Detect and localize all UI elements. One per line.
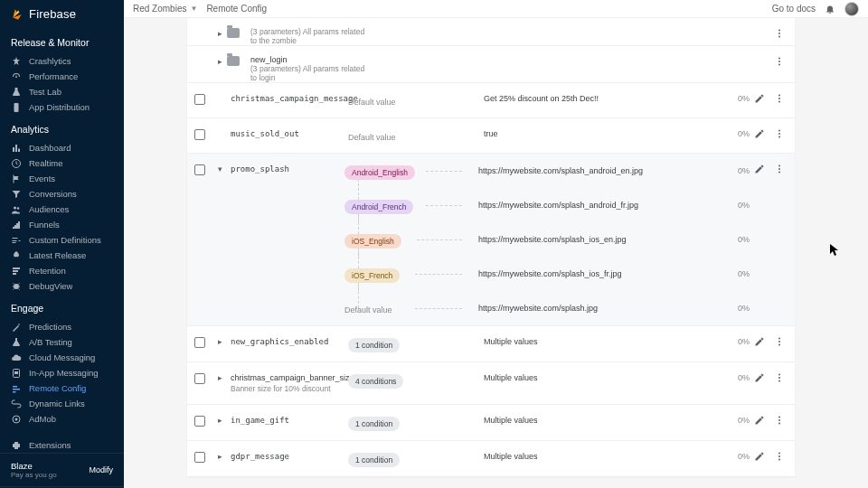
sidebar: Firebase Release & Monitor Crashlytics P… xyxy=(0,0,124,488)
brand-text: Firebase xyxy=(29,7,76,21)
edit-button[interactable] xyxy=(753,92,766,105)
svg-point-33 xyxy=(778,453,780,455)
expand-toggle[interactable]: ▸ xyxy=(212,405,227,425)
sidebar-item-predictions[interactable]: Predictions xyxy=(0,319,124,334)
sidebar-item-dashboard[interactable]: Dashboard xyxy=(0,140,124,155)
plan-modify[interactable]: Modify xyxy=(89,465,113,474)
svg-point-9 xyxy=(778,30,780,32)
folder-row: ▸ (3 parameters) All params related to t… xyxy=(187,18,795,45)
folder-icon xyxy=(227,56,240,66)
plan-block[interactable]: Blaze Pay as you go Modify xyxy=(0,453,124,486)
svg-point-34 xyxy=(778,455,780,457)
more-button[interactable] xyxy=(773,450,786,463)
edit-button[interactable] xyxy=(753,335,766,348)
collapse-toggle[interactable]: ▾ xyxy=(212,154,227,174)
sidebar-item-appdist[interactable]: App Distribution xyxy=(0,99,124,115)
svg-point-11 xyxy=(778,36,780,38)
param-row-expanded[interactable]: ▾ promo_splash Android_English https://m… xyxy=(187,153,795,325)
sidebar-item-debugview[interactable]: DebugView xyxy=(0,278,124,294)
more-button[interactable] xyxy=(773,371,786,384)
sidebar-item-audiences[interactable]: Audiences xyxy=(0,202,124,217)
param-row[interactable]: music_sold_out Default value true 0% xyxy=(187,117,795,153)
checkbox[interactable] xyxy=(194,416,205,427)
checkbox[interactable] xyxy=(194,337,205,348)
param-value: https://mywebsite.com/splash.jpg xyxy=(478,304,717,313)
edit-button[interactable] xyxy=(753,127,766,140)
condition-chip: iOS_French xyxy=(344,268,400,283)
more-button[interactable] xyxy=(773,163,786,175)
param-name: gdpr_message xyxy=(227,441,344,472)
expand-toggle[interactable]: ▸ xyxy=(212,362,227,382)
svg-point-4 xyxy=(14,284,19,289)
more-button[interactable] xyxy=(773,335,786,348)
svg-point-12 xyxy=(778,58,780,60)
firebase-logo[interactable]: Firebase xyxy=(0,0,124,28)
docs-link[interactable]: Go to docs xyxy=(772,4,816,14)
more-button[interactable] xyxy=(773,414,786,427)
sidebar-item-extensions[interactable]: Extensions xyxy=(0,437,124,453)
edit-button[interactable] xyxy=(753,371,766,384)
condition-chip: 1 condition xyxy=(348,417,400,431)
checkbox[interactable] xyxy=(194,452,205,463)
folder-name: new_login xyxy=(250,55,368,64)
folder-desc: (3 parameters) All params related to the… xyxy=(250,27,368,45)
more-button[interactable] xyxy=(773,55,786,68)
edit-button[interactable] xyxy=(753,163,766,175)
project-selector[interactable]: Red Zombies ▼ xyxy=(133,4,197,14)
param-value: https://mywebsite.com/splash_ios_en.jpg xyxy=(478,235,717,244)
more-button[interactable] xyxy=(773,127,786,140)
checkbox[interactable] xyxy=(194,129,205,140)
sidebar-item-admob[interactable]: AdMob xyxy=(0,411,124,427)
sidebar-item-latest[interactable]: Latest Release xyxy=(0,248,124,263)
svg-point-25 xyxy=(778,341,780,343)
expand-toggle[interactable]: ▸ xyxy=(212,46,227,66)
inapp-icon xyxy=(11,368,22,379)
bell-icon[interactable] xyxy=(825,4,835,14)
admob-icon xyxy=(11,414,22,425)
speed-icon xyxy=(11,71,22,82)
sidebar-item-dynamiclinks[interactable]: Dynamic Links xyxy=(0,396,124,411)
sidebar-item-inappmsg[interactable]: In-App Messaging xyxy=(0,365,124,380)
sidebar-item-funnels[interactable]: Funnels xyxy=(0,217,124,232)
checkbox[interactable] xyxy=(194,94,205,105)
svg-point-32 xyxy=(778,423,780,425)
param-row[interactable]: ▸ gdpr_message 1 condition Multiple valu… xyxy=(187,440,795,476)
param-row[interactable]: ▸ new_graphics_enabled 1 condition Multi… xyxy=(187,325,795,361)
checkbox[interactable] xyxy=(194,164,205,175)
expand-toggle[interactable]: ▸ xyxy=(212,441,227,461)
condition-chip: 1 condition xyxy=(348,453,400,467)
sidebar-item-retention[interactable]: Retention xyxy=(0,263,124,278)
sidebar-item-realtime[interactable]: Realtime xyxy=(0,155,124,171)
svg-point-10 xyxy=(778,33,780,34)
sidebar-item-customdef[interactable]: Custom Definitions xyxy=(0,232,124,248)
flask2-icon xyxy=(11,337,22,348)
edit-button[interactable] xyxy=(753,414,766,427)
sidebar-item-testlab[interactable]: Test Lab xyxy=(0,84,124,99)
cloud-icon xyxy=(11,352,22,363)
param-row[interactable]: christmas_campaign_message Default value… xyxy=(187,82,795,117)
param-row[interactable]: ▸ christmas_campaign_banner_size Banner … xyxy=(187,361,795,404)
svg-point-2 xyxy=(14,206,16,209)
sidebar-item-conversions[interactable]: Conversions xyxy=(0,186,124,202)
sidebar-item-performance[interactable]: Performance xyxy=(0,69,124,84)
param-value: true xyxy=(480,118,717,149)
svg-point-28 xyxy=(778,377,780,379)
expand-toggle[interactable]: ▸ xyxy=(212,18,227,38)
param-row[interactable]: ▸ in_game_gift 1 condition Multiple valu… xyxy=(187,404,795,440)
avatar[interactable] xyxy=(844,2,859,16)
more-button[interactable] xyxy=(773,92,786,105)
sidebar-item-crashlytics[interactable]: Crashlytics xyxy=(0,53,124,69)
sidebar-group-engage: Engage xyxy=(0,294,124,319)
condition-chip: 1 condition xyxy=(348,338,400,352)
sidebar-item-cloudmsg[interactable]: Cloud Messaging xyxy=(0,350,124,365)
edit-button[interactable] xyxy=(753,450,766,463)
svg-point-24 xyxy=(778,338,780,340)
checkbox[interactable] xyxy=(194,373,205,384)
sidebar-item-remoteconfig[interactable]: Remote Config xyxy=(0,380,124,396)
param-name: christmas_campaign_message xyxy=(227,83,344,114)
sidebar-item-abtesting[interactable]: A/B Testing xyxy=(0,334,124,350)
folder-desc: (3 parameters) All params related to log… xyxy=(250,64,368,82)
sidebar-item-events[interactable]: Events xyxy=(0,171,124,186)
more-button[interactable] xyxy=(773,27,786,40)
expand-toggle[interactable]: ▸ xyxy=(212,326,227,346)
